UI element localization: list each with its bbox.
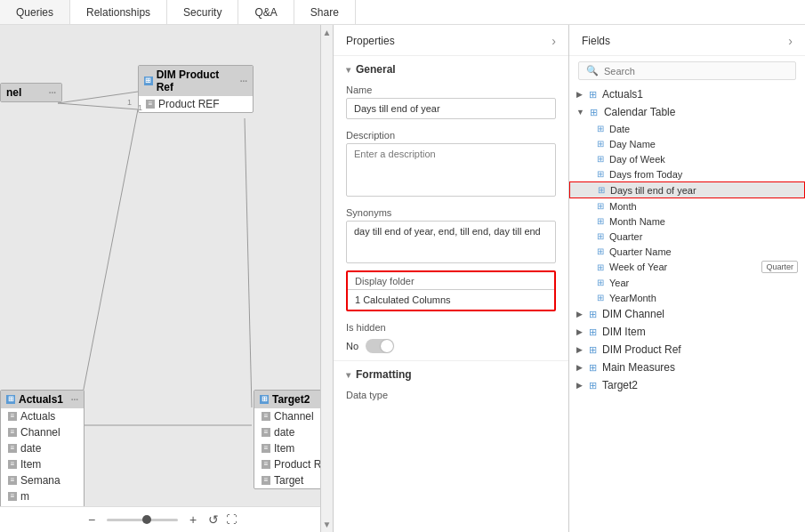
top-bar: Queries Relationships Security Q&A Share bbox=[0, 0, 805, 25]
name-label: Name bbox=[334, 81, 568, 98]
scroll-up-btn[interactable]: ▲ bbox=[320, 25, 334, 40]
canvas-scroll-bar[interactable]: ▲ ▼ bbox=[320, 25, 333, 532]
group-calendar-table[interactable]: ▼ ⊞ Calendar Table bbox=[569, 103, 805, 121]
week-of-year-badge: Quarter bbox=[761, 261, 798, 273]
field-week-of-year[interactable]: ⊞ Week of Year Quarter bbox=[569, 259, 805, 275]
zoom-minus-btn[interactable]: − bbox=[84, 512, 100, 527]
field-quarter-name[interactable]: ⊞ Quarter Name bbox=[569, 244, 805, 259]
field-icon-date: ⊞ bbox=[594, 123, 606, 134]
properties-header: Properties › bbox=[334, 25, 568, 56]
field-icon-day-of-week: ⊞ bbox=[594, 153, 606, 165]
node-nel[interactable]: nel ··· bbox=[0, 83, 62, 102]
node-header-actuals1: ⊞ Actuals1 ··· bbox=[1, 391, 84, 408]
description-input[interactable] bbox=[346, 143, 556, 197]
tab-qna[interactable]: Q&A bbox=[238, 0, 294, 24]
name-input[interactable] bbox=[346, 98, 556, 119]
zoom-slider[interactable] bbox=[107, 519, 178, 521]
group-actuals1[interactable]: ▶ ⊞ Actuals1 bbox=[569, 85, 805, 103]
chevron-down-icon: ▼ bbox=[576, 108, 584, 117]
row-icon: ≡ bbox=[146, 100, 155, 109]
fields-header: Fields › bbox=[569, 25, 805, 56]
group-table-icon-dim-product-ref: ⊞ bbox=[586, 343, 599, 356]
actuals-row-6: ≡ m bbox=[1, 488, 84, 504]
field-icon-day-name: ⊞ bbox=[594, 138, 606, 149]
chevron-icon-dim-item: ▶ bbox=[576, 327, 583, 336]
svg-line-1 bbox=[58, 103, 138, 109]
field-icon-month-name: ⊞ bbox=[594, 215, 606, 227]
connector-label-2: 1 bbox=[138, 103, 142, 112]
group-table-icon-target2: ⊞ bbox=[586, 379, 599, 391]
field-days-till-end-of-year[interactable]: ⊞ Days till end of year bbox=[569, 181, 805, 198]
fields-search-input[interactable] bbox=[604, 66, 788, 77]
field-month[interactable]: ⊞ Month bbox=[569, 198, 805, 214]
tab-queries[interactable]: Queries bbox=[0, 0, 70, 24]
is-hidden-label: Is hidden bbox=[334, 318, 568, 335]
is-hidden-toggle[interactable] bbox=[366, 339, 394, 353]
tab-share[interactable]: Share bbox=[294, 0, 356, 24]
general-section-header[interactable]: ▾ General bbox=[334, 56, 568, 81]
node-row-product-ref: ≡ Product REF bbox=[139, 96, 253, 112]
field-icon-days-till-end: ⊞ bbox=[595, 184, 607, 196]
node-header-dim-product-ref: ⊞ DIM Product Ref ··· bbox=[139, 66, 253, 96]
search-icon: 🔍 bbox=[586, 65, 599, 77]
field-day-of-week[interactable]: ⊞ Day of Week bbox=[569, 151, 805, 166]
synonyms-input[interactable]: day till end of year, end, till end, day… bbox=[346, 221, 556, 263]
group-dim-product-ref[interactable]: ▶ ⊞ DIM Product Ref bbox=[569, 341, 805, 359]
field-yearmonth[interactable]: ⊞ YearMonth bbox=[569, 290, 805, 305]
tab-security[interactable]: Security bbox=[167, 0, 238, 24]
field-year[interactable]: ⊞ Year bbox=[569, 275, 805, 290]
actuals-row-1: ≡ Actuals bbox=[1, 408, 84, 424]
canvas-area[interactable]: ⊞ DIM Product Ref ··· ≡ Product REF nel … bbox=[0, 25, 334, 532]
group-target2[interactable]: ▶ ⊞ Target2 bbox=[569, 376, 805, 394]
properties-collapse-btn[interactable]: › bbox=[551, 34, 556, 48]
group-dim-channel[interactable]: ▶ ⊞ DIM Channel bbox=[569, 305, 805, 323]
formatting-section-header[interactable]: ▾ Formatting bbox=[334, 360, 568, 386]
chevron-icon-dim-product-ref: ▶ bbox=[576, 345, 583, 354]
actuals-row-2: ≡ Channel bbox=[1, 424, 84, 440]
toggle-no-label: No bbox=[346, 341, 358, 351]
field-quarter[interactable]: ⊞ Quarter bbox=[569, 229, 805, 244]
display-folder-input[interactable] bbox=[348, 289, 554, 310]
chevron-icon-target2: ▶ bbox=[576, 381, 583, 390]
zoom-plus-btn[interactable]: + bbox=[185, 512, 201, 527]
datatype-label: Data type bbox=[334, 386, 568, 403]
field-day-name[interactable]: ⊞ Day Name bbox=[569, 136, 805, 151]
toggle-thumb bbox=[381, 340, 393, 352]
field-icon-days-from-today: ⊞ bbox=[594, 168, 606, 180]
actuals-row-5: ≡ Semana bbox=[1, 472, 84, 488]
zoom-expand-btn[interactable]: ⛶ bbox=[226, 513, 237, 526]
general-chevron-icon: ▾ bbox=[346, 65, 350, 75]
table-icon: ⊞ bbox=[144, 77, 153, 85]
fields-list: ▶ ⊞ Actuals1 ▼ ⊞ Calendar Table ⊞ Date ⊞… bbox=[569, 85, 805, 532]
field-icon-yearmonth: ⊞ bbox=[594, 292, 606, 303]
actuals-row-4: ≡ Item bbox=[1, 456, 84, 472]
chevron-icon-main-measures: ▶ bbox=[576, 363, 583, 372]
fields-panel: Fields › 🔍 ▶ ⊞ Actuals1 ▼ ⊞ Calendar Tab… bbox=[569, 25, 805, 532]
description-label: Description bbox=[334, 126, 568, 143]
group-table-icon-dim-item: ⊞ bbox=[586, 326, 599, 338]
zoom-slider-thumb bbox=[142, 515, 151, 524]
group-dim-item[interactable]: ▶ ⊞ DIM Item bbox=[569, 323, 805, 341]
field-icon-year: ⊞ bbox=[594, 277, 606, 288]
node-dim-product-ref[interactable]: ⊞ DIM Product Ref ··· ≡ Product REF bbox=[138, 65, 254, 113]
canvas-zoom-bar: − + ↺ ⛶ bbox=[0, 506, 320, 532]
field-days-from-today[interactable]: ⊞ Days from Today bbox=[569, 166, 805, 181]
group-table-icon-main-measures: ⊞ bbox=[586, 361, 599, 374]
table-icon-target2: ⊞ bbox=[260, 395, 269, 404]
node-actuals1[interactable]: ⊞ Actuals1 ··· ≡ Actuals ≡ Channel ≡ dat… bbox=[0, 390, 85, 521]
fields-search-box[interactable]: 🔍 bbox=[578, 61, 796, 80]
group-table-icon-calendar: ⊞ bbox=[588, 106, 600, 118]
display-folder-box: Display folder bbox=[346, 270, 556, 311]
chevron-right-icon: ▶ bbox=[576, 90, 583, 99]
group-main-measures[interactable]: ▶ ⊞ Main Measures bbox=[569, 359, 805, 376]
scroll-down-btn[interactable]: ▼ bbox=[320, 517, 334, 532]
tab-relationships[interactable]: Relationships bbox=[70, 0, 167, 24]
zoom-refresh-btn[interactable]: ↺ bbox=[208, 512, 219, 527]
connector-label-1: 1 bbox=[127, 98, 132, 107]
actuals-row-3: ≡ date bbox=[1, 440, 84, 456]
field-date[interactable]: ⊞ Date bbox=[569, 121, 805, 136]
fields-expand-btn[interactable]: › bbox=[788, 34, 793, 48]
is-hidden-toggle-row: No bbox=[334, 335, 568, 360]
field-month-name[interactable]: ⊞ Month Name bbox=[569, 214, 805, 229]
svg-line-4 bbox=[245, 118, 252, 407]
